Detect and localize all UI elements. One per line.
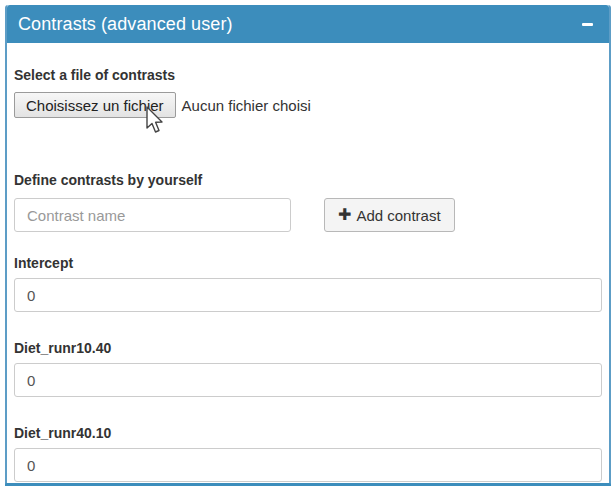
file-input: Choisissez un fichier Aucun fichier choi… xyxy=(14,92,602,118)
define-section-label: Define contrasts by yourself xyxy=(14,172,602,189)
add-contrast-button[interactable]: ✚ Add contrast xyxy=(324,198,455,232)
diet-runr10-40-input[interactable] xyxy=(14,363,602,397)
add-contrast-label: Add contrast xyxy=(356,207,440,224)
contrast-field-diet-runr40-10: Diet_runr40.10 xyxy=(14,425,602,482)
diet-runr40-10-label: Diet_runr40.10 xyxy=(14,425,602,442)
contrast-row: ✚ Add contrast xyxy=(14,198,602,232)
intercept-input[interactable] xyxy=(14,278,602,312)
contrasts-panel: Contrasts (advanced user) Select a file … xyxy=(5,5,611,486)
choose-file-button[interactable]: Choisissez un fichier xyxy=(14,92,176,118)
file-status-text: Aucun fichier choisi xyxy=(182,97,311,114)
contrast-field-intercept: Intercept xyxy=(14,255,602,312)
diet-runr10-40-label: Diet_runr10.40 xyxy=(14,340,602,357)
panel-header[interactable]: Contrasts (advanced user) xyxy=(7,5,609,43)
contrast-field-diet-runr10-40: Diet_runr10.40 xyxy=(14,340,602,397)
panel-body: Select a file of contrasts Choisissez un… xyxy=(7,43,609,482)
minus-icon xyxy=(582,23,593,26)
collapse-button[interactable] xyxy=(575,12,599,36)
file-section-label: Select a file of contrasts xyxy=(14,67,602,84)
diet-runr40-10-input[interactable] xyxy=(14,448,602,482)
panel-title: Contrasts (advanced user) xyxy=(18,14,233,35)
plus-icon: ✚ xyxy=(338,207,351,223)
contrast-name-input[interactable] xyxy=(14,198,291,232)
intercept-label: Intercept xyxy=(14,255,602,272)
